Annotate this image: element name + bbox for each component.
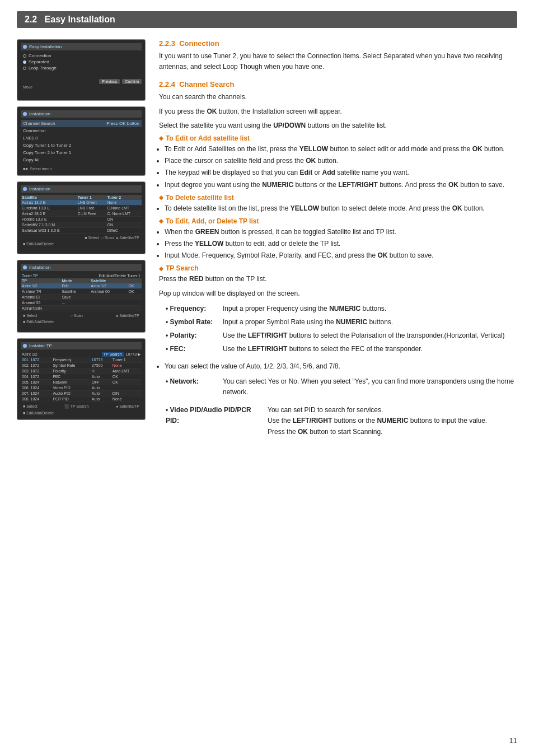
screen5-row-polarity: 003. 1072 Polarity H Auto LMT [21,368,142,374]
section-title: Easy Installation [45,15,115,24]
screenshots-column: Easy Installation Connection Separated L… [17,39,146,444]
section-edit-tp: To Edit, Add, or Delete TP list When the… [159,217,517,262]
section-header: 2.2 Easy Installation [17,11,517,28]
section-delete-satellite: To Delete satellite list To delete satel… [159,194,517,214]
screen3-row-2: Eutelbird 13.0 E LNB Free C.None LMT [21,206,142,211]
edit-add-item-4: Input degree you want using the NUMERIC … [165,180,517,190]
screen3-row-4: Hotbird 13.0 E ON [21,217,142,222]
screen3-satellite-table: Satellite Tuner 1 Tuner 2 Astra1 13.0 E … [21,195,142,234]
edit-add-item-1: To Edit or Add Satellites on the list, p… [165,144,517,155]
delete-list: To delete satellite list on the list, pr… [165,203,517,214]
screen2: Installation Channel Search Press OK but… [17,106,146,176]
screen5-row-network: 005. 1024 Network OFF OK [21,380,142,385]
screen4-icon [23,265,27,269]
screen2-item-connection: Connection [21,127,142,134]
screen1-buttons: Previous Confirm [21,79,142,84]
screen3-row-6: Sattelsat W03 1 3.0 E DiffeC [21,228,142,234]
subsection-2-2-3-title: 2.2.3 Connection [159,39,517,48]
radio-loop [23,67,26,70]
tp-row-polarity: • Polarity: Use the LEFT/RIGHT buttons t… [166,330,505,343]
radio-connection [23,54,26,58]
tp-extra-item-1: You can select the value of Auto, 1/2, 2… [165,361,517,372]
screen2-title: Installation [29,111,50,116]
tp-vidpid-line-3: Press the OK button to start Scanning. [268,427,487,437]
screen2-title-bar: Installation [21,110,142,118]
page-number: 11 [509,736,517,745]
section-number: 2.2 [25,15,37,24]
screen5-icon [23,344,27,348]
content-column: 2.2.3 Connection It you want to use Tune… [159,39,517,444]
tp-search-table: • Frequency: Input a proper Frequency us… [165,302,506,358]
screen1: Easy Installation Connection Separated L… [17,39,146,101]
screen4-title: Installation [29,265,50,270]
edit-add-title: To Edit or Add satellite list [159,134,517,142]
channel-search-text-1: You can search the channels. [159,92,517,102]
screen3-edit-hint: ■ Edit/Add/Delete [21,241,142,247]
screen3-row-1: Astra1 13.0 E LNB Divert None [21,200,142,206]
tp-row-network: • Network: You can select Yes or No. Whe… [166,376,516,399]
screen2-item-copy-t1t2: Copy Tuner 1 to Tuner 2 [21,142,142,149]
edit-add-list: To Edit or Add Satellites on the list, p… [165,144,517,190]
connection-text: It you want to use Tuner 2, you have to … [159,51,517,72]
tp-extra-list: You can select the value of Auto, 1/2, 2… [165,361,517,372]
screen5-row-pcrpid: 008. 1024 PCR PID Auto None [21,396,142,402]
edit-tp-title: To Edit, Add, or Delete TP list [159,217,517,225]
tp-search-title: TP Search [159,264,517,272]
tp-row-vidpid: • Video PID/Audio PID/PCR PID: You can s… [166,405,487,439]
tp-search-intro-2: Pop up window will be displayed on the s… [159,288,517,299]
screen5-row-vidpid: 006. 1024 Video PID Auto [21,385,142,391]
radio-separated [23,60,26,64]
section-edit-add-satellite: To Edit or Add satellite list To Edit or… [159,134,517,190]
edit-add-item-2: Place the cursor on satellite field and … [165,156,517,166]
screen4-tp-table: TP Mode Satellite Astrx 1/2 Edit Astrx 1… [21,278,142,311]
screen3-table-header: Satellite Tuner 1 Tuner 2 [21,195,142,200]
screen4-row-4: Arsenal 55 ... [21,300,142,306]
channel-search-text-3: Select the satellite you want using the … [159,120,517,131]
screen1-icon [23,45,27,49]
screen5-search-hint: ■ Edit/Add/Delete [21,410,142,416]
edit-tp-list: When the GREEN button is pressed, it can… [165,227,517,262]
screen5-title: Instalatr TP [29,343,52,348]
section-tp-search: TP Search Press the RED button on the TP… [159,264,517,440]
screen5-row-audpid: 007. 1024 Audio PID Auto DIN [21,391,142,396]
edit-add-item-3: The keypad will be displayed so that you… [165,167,517,178]
screen4-title-bar: Installation [21,264,142,271]
tp-row-fec: • FEC: Use the LEFT/RIGHT buttons to sel… [166,344,505,356]
screen5-title-bar: Instalatr TP [21,342,142,349]
tp-vidpid-line-2: Use the LEFT/RIGHT buttons or the NUMERI… [268,416,487,426]
screen5-header-row: Astrx 1/2 TP Search 10773 ▶ [21,352,142,357]
delete-title: To Delete satellite list [159,194,517,202]
screen4-header: TP Mode Satellite [21,278,142,283]
edit-tp-item-2: Press the YELLOW button to edit, add or … [165,239,517,249]
screen3-row-5: SattelitW 7 1 3.0 M ON [21,222,142,228]
screen1-btn-confirm: Confirm [122,79,142,84]
screen3-title: Installation [29,186,50,192]
tp-search-intro-1: Press the RED button on the TP list. [159,274,517,284]
screen4-row-2: Arshnal TR Satellite Arshnal 00 OK [21,289,142,295]
screen1-bottom-move: Move [23,85,32,89]
screen4-row-1: Astrx 1/2 Edit Astrx 1/2 OK [21,283,142,289]
screen4-row-5: AstralT/SIN [21,306,142,311]
screen5-bottom: ■ Select ⬛ TP Search ● Satellite/TP [21,403,142,410]
edit-tp-item-1: When the GREEN button is pressed, it can… [165,227,517,237]
screen2-icon [23,112,27,116]
screen2-item-copy-all: Copy All [21,156,142,164]
screen5-row-fec: 004. 1072 FEC Auto OK [21,374,142,380]
tp-vidpid-table: • Video PID/Audio PID/PCR PID: You can s… [165,404,488,440]
screen3-title-bar: Installation [21,185,142,193]
tp-network-table: • Network: You can select Yes or No. Whe… [165,375,517,400]
delete-item-1: To delete satellite list on the list, pr… [165,203,517,214]
channel-search-text-2: If you press the OK button, the Installa… [159,106,517,117]
screen4-row-3: Arsenal El Save [21,295,142,300]
screen4: Installation Tuner TP Edit/Add/Delete Tu… [17,260,146,333]
screen4-tabs: Tuner TP Edit/Add/Delete Tuner 1 [21,273,142,278]
screen3: Installation Satellite Tuner 1 Tuner 2 A… [17,181,146,254]
screen2-item-channel-search: Channel Search Press OK button [21,120,142,127]
tp-row-symbolrate: • Symbol Rate: Input a proper Symbol Rat… [166,317,505,329]
screen5-row-freq: 001. 1072 Frequency 10773 Tuner 1 [21,357,142,363]
screen1-title: Easy Installation [29,44,62,49]
screen3-bottom: ■ Select ○ Scan ● Satellite/TP [21,235,142,241]
screen2-item-lnb: LNB1.0 [21,134,142,142]
screen4-bottom: ■ Select ○ Scan ● Satellite/TP [21,312,142,319]
screen1-btn-previous: Previous [99,79,120,84]
